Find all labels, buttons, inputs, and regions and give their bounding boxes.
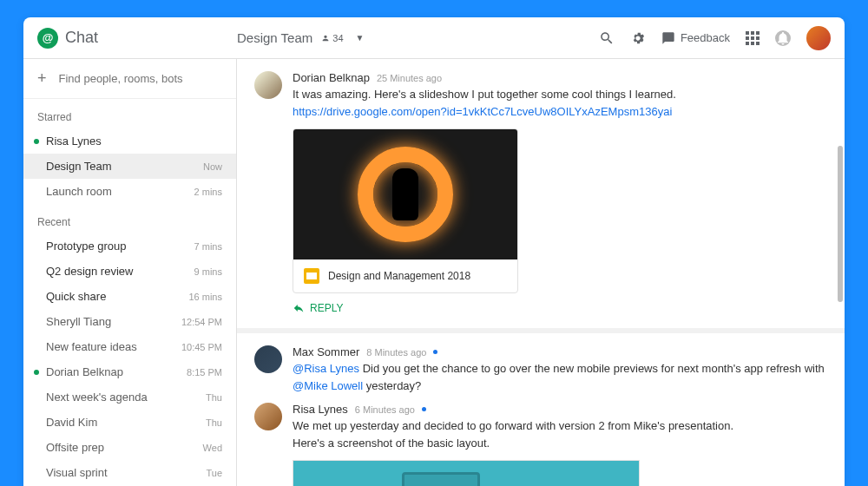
- gear-icon: [630, 30, 646, 46]
- attachment-meta: Design and Management 2018: [293, 259, 517, 292]
- sidebar-item-quick-share[interactable]: Quick share16 mins: [23, 284, 236, 309]
- notifications-button[interactable]: [775, 30, 791, 46]
- thread-1: Dorian Belknap 25 Minutes ago It was ama…: [237, 59, 845, 333]
- member-count-badge: 34: [321, 33, 343, 43]
- unread-dot-icon: [433, 350, 437, 354]
- laptop-illustration-icon: [402, 472, 480, 487]
- message-author: Risa Lynes: [293, 403, 348, 416]
- sidebar-item-offsite-prep[interactable]: Offsite prepWed: [23, 435, 236, 460]
- app-name: Chat: [65, 29, 98, 47]
- starred-section-label: Starred: [23, 99, 236, 128]
- sidebar-item-visual-sprint[interactable]: Visual sprintTue: [23, 460, 236, 485]
- find-placeholder: Find people, rooms, bots: [59, 72, 183, 85]
- search-button[interactable]: [599, 30, 615, 46]
- sidebar-item-launch-room[interactable]: Launch room2 mins: [23, 179, 236, 204]
- sidebar-item-new-feature-ideas[interactable]: New feature ideas10:45 PM: [23, 334, 236, 359]
- apps-button[interactable]: [746, 31, 760, 45]
- feedback-label: Feedback: [681, 31, 730, 44]
- attachment-card[interactable]: Design and Management 2018: [293, 128, 518, 293]
- thread-2: Max Sommer 8 Minutes ago @Risa Lynes Did…: [237, 333, 845, 486]
- message-author: Dorian Belknap: [293, 71, 370, 84]
- drive-link[interactable]: https://drive.google.com/open?id=1vkKtCc…: [293, 105, 672, 118]
- settings-button[interactable]: [630, 30, 646, 46]
- scrollbar-track[interactable]: [838, 59, 843, 486]
- unread-dot-icon: [422, 407, 426, 411]
- sidebar-item-risa-lynes[interactable]: Risa Lynes: [23, 128, 236, 154]
- sidebar-item-prototype-group[interactable]: Prototype group7 mins: [23, 233, 236, 259]
- chevron-down-icon[interactable]: ▼: [356, 33, 365, 43]
- member-count: 34: [332, 33, 343, 43]
- app-window: @ Chat Design Team 34 ▼ Feedback: [23, 17, 845, 486]
- content: + Find people, rooms, bots Starred Risa …: [23, 59, 845, 486]
- feedback-button[interactable]: Feedback: [661, 31, 730, 45]
- reply-button[interactable]: REPLY: [293, 302, 827, 314]
- sidebar-item-dorian-belknap[interactable]: Dorian Belknap8:15 PM: [23, 359, 236, 384]
- sidebar: + Find people, rooms, bots Starred Risa …: [23, 59, 237, 486]
- topbar-actions: Feedback: [599, 26, 831, 50]
- person-icon: [321, 34, 330, 43]
- message-text: We met up yesterday and decided to go fo…: [293, 417, 827, 451]
- avatar-dorian[interactable]: [254, 71, 282, 99]
- message-time: 8 Minutes ago: [366, 347, 426, 358]
- message-text: It was amazing. Here's a slideshow I put…: [293, 86, 827, 120]
- message-text: @Risa Lynes Did you get the chance to go…: [293, 360, 827, 394]
- find-people-button[interactable]: + Find people, rooms, bots: [23, 59, 236, 99]
- message-time: 25 Minutes ago: [377, 73, 442, 83]
- sidebar-item-sheryll-tiang[interactable]: Sheryll Tiang12:54 PM: [23, 309, 236, 334]
- room-title: Design Team: [237, 30, 312, 45]
- chat-logo-icon: @: [37, 28, 58, 49]
- reply-label: REPLY: [310, 302, 343, 314]
- message: Risa Lynes 6 Minutes ago We met up yeste…: [254, 403, 827, 486]
- room-title-area[interactable]: Design Team 34 ▼: [237, 30, 599, 45]
- attachment-thumbnail: [293, 129, 517, 259]
- search-icon: [599, 30, 615, 46]
- plus-icon: +: [37, 69, 47, 88]
- account-avatar[interactable]: [806, 26, 831, 50]
- sidebar-item-david-kim[interactable]: David KimThu: [23, 410, 236, 435]
- preview-hero: Networks for you: [293, 461, 639, 486]
- feedback-icon: [661, 31, 675, 45]
- scrollbar-thumb[interactable]: [838, 146, 843, 302]
- screenshot-preview[interactable]: Networks for you Utilize the rest of you…: [293, 460, 640, 486]
- message: Dorian Belknap 25 Minutes ago It was ama…: [254, 71, 827, 293]
- reply-icon: [293, 302, 305, 314]
- mention[interactable]: @Risa Lynes: [293, 362, 359, 375]
- apps-grid-icon: [746, 31, 760, 45]
- sidebar-item-design-team[interactable]: Design TeamNow: [23, 154, 236, 179]
- presence-dot-icon: [34, 139, 39, 144]
- message-body: Dorian Belknap 25 Minutes ago It was ama…: [293, 71, 827, 293]
- message: Max Sommer 8 Minutes ago @Risa Lynes Did…: [254, 345, 827, 394]
- bell-icon: [775, 30, 791, 46]
- message-body: Risa Lynes 6 Minutes ago We met up yeste…: [293, 403, 827, 486]
- topbar: @ Chat Design Team 34 ▼ Feedback: [23, 17, 845, 59]
- mention[interactable]: @Mike Lowell: [293, 379, 363, 392]
- presence-dot-icon: [34, 370, 39, 375]
- avatar-risa[interactable]: [254, 403, 282, 430]
- sidebar-item-next-weeks-agenda[interactable]: Next week's agendaThu: [23, 384, 236, 410]
- message-time: 6 Minutes ago: [355, 404, 415, 415]
- avatar-max[interactable]: [254, 345, 282, 373]
- message-body: Max Sommer 8 Minutes ago @Risa Lynes Did…: [293, 345, 827, 394]
- attachment-title: Design and Management 2018: [328, 270, 470, 282]
- slides-icon: [304, 268, 319, 284]
- sidebar-item-q2-design-review[interactable]: Q2 design review9 mins: [23, 259, 236, 284]
- recent-section-label: Recent: [23, 204, 236, 233]
- logo-area: @ Chat: [37, 28, 237, 49]
- message-author: Max Sommer: [293, 345, 359, 358]
- main-thread-area: Dorian Belknap 25 Minutes ago It was ama…: [237, 59, 845, 486]
